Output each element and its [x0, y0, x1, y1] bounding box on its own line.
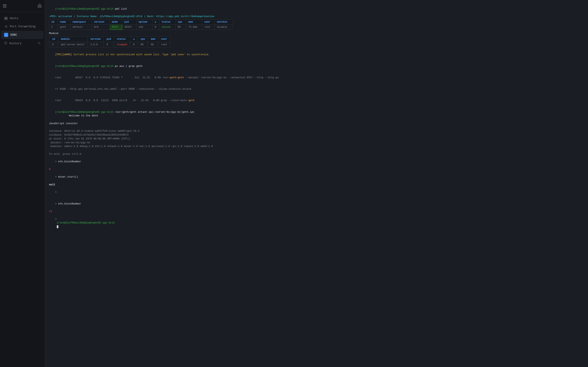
- table-row: 1 geth default N/A fork 48347 12m 0 onli…: [49, 25, 233, 30]
- terminal-ps-out2: root 50034 0.0 0.0 12112 1080 pts/0 S+ 2…: [49, 95, 584, 106]
- mod-col-cpu: cpu: [138, 36, 148, 42]
- cell-version: N/A: [92, 25, 110, 30]
- col-namespace: namespace: [70, 20, 92, 25]
- terminal-ps-cmd: [root@iZuf68asi3m6g5ypbnghs0Z pgz-bc]# p…: [49, 60, 584, 72]
- hosts-label: Hosts: [10, 17, 18, 20]
- terminal-cmd-miner: > miner.start(): [49, 171, 584, 183]
- col-restart: ↺: [153, 20, 160, 25]
- sidebar-header: [0, 0, 45, 12]
- history-icon: [4, 42, 7, 45]
- terminal-at-block: at block: 0 (Thu Jan 01 1970 08:00:00 GM…: [49, 137, 584, 141]
- port-forward-icon: [4, 25, 8, 28]
- terminal-datadir: datadir: /server/bc/pgz-bc: [49, 141, 584, 145]
- terminal-result-null: null: [49, 183, 584, 187]
- terminal-main: [root@iZuf68asi3m6g5ypbnghs0Z pgz-bc]# p…: [45, 0, 588, 367]
- mod-cell-mem: 0b: [148, 42, 158, 47]
- sdbc-icon: [4, 33, 8, 37]
- col-name: name: [58, 20, 70, 25]
- history-search-button[interactable]: [38, 42, 41, 45]
- terminal-result1: 0: [49, 167, 584, 171]
- terminal-instance: instance: Geth/v1.10.4-stable-aa637fd3/l…: [49, 129, 584, 133]
- mod-col-status: status: [114, 36, 130, 42]
- mod-cell-pid: 0: [104, 42, 114, 47]
- svg-point-3: [7, 17, 7, 17]
- sidebar-item-port-forwarding[interactable]: Port Forwarding: [1, 23, 43, 30]
- mod-cell-version: 3.0.0: [87, 42, 104, 47]
- module-section-label: Module: [49, 31, 584, 35]
- terminal-exit-hint: To exit, press ctrl-d: [49, 152, 584, 156]
- terminal-cmd-block2: > eth.blockNumber: [49, 198, 584, 210]
- terminal-result2: 13: [49, 210, 584, 213]
- col-version: version: [92, 20, 110, 25]
- terminal-ps-out1b: rt 8100 --http.api personal,eth,net,web3…: [49, 83, 584, 95]
- terminal-ps-out1: root 48347 0.0 0.9 1745516 75384 ? Ssl 2…: [49, 72, 584, 83]
- cell-cpu: 0%: [176, 25, 186, 30]
- svg-point-7: [7, 27, 7, 28]
- sidebar: Hosts Port Forwarding SDBC History: [0, 0, 45, 367]
- col-mem: mem: [186, 20, 202, 25]
- sidebar-nav: Hosts Port Forwarding SDBC History: [0, 12, 45, 367]
- col-user: user: [202, 20, 215, 25]
- col-pid: pid: [122, 20, 136, 25]
- terminal-modules: modules: admin:1.0 debug:1.0 eth:1.0 eth…: [49, 145, 584, 149]
- sdbc-label: SDBC: [10, 33, 17, 36]
- terminal-blank1: [49, 125, 584, 129]
- col-mode: mode: [110, 20, 122, 25]
- cell-pid: 48347: [122, 25, 136, 30]
- svg-rect-0: [4, 17, 7, 18]
- server-icon: [4, 17, 8, 20]
- mod-col-user: user: [158, 36, 170, 42]
- cell-mem: 73.6mb: [186, 25, 202, 30]
- terminal-cursor: [57, 225, 58, 228]
- svg-rect-1: [4, 18, 7, 19]
- mod-col-module: module: [58, 36, 87, 42]
- mod-cell-restart: 0: [130, 42, 138, 47]
- svg-line-13: [40, 44, 40, 44]
- cell-id: 1: [49, 25, 58, 30]
- mod-col-mem: mem: [148, 36, 158, 42]
- cell-namespace: default: [70, 25, 92, 30]
- svg-rect-2: [4, 19, 7, 20]
- hamburger-icon[interactable]: [3, 4, 7, 7]
- module-table: id module version pid status ↺ cpu mem u…: [49, 36, 170, 48]
- col-watching: watchin: [215, 20, 233, 25]
- sidebar-item-sdbc[interactable]: SDBC: [1, 31, 43, 39]
- terminal-geth-cmd: [root@iZuf68asi3m6g5ypbnghs0Z pgz-bc]# /…: [49, 106, 584, 122]
- home-icon[interactable]: [37, 3, 42, 8]
- mod-col-restart: ↺: [130, 36, 138, 42]
- port-forward-label: Port Forwarding: [10, 25, 35, 28]
- svg-line-9: [5, 27, 6, 27]
- terminal-final-prompt: > [root@iZuf68asi3m6g5ypbnghs0Z pgz-bc]#: [49, 213, 584, 233]
- terminal-coinbase: coinbase: 0x3527699e2ccd79a25a710e29bad1…: [49, 133, 584, 137]
- mod-cell-user: root: [158, 42, 170, 47]
- terminal-warn-line: [PM2][WARN] Current process list is not …: [49, 49, 584, 60]
- cell-restart: 0: [153, 25, 160, 30]
- history-label: History: [9, 42, 21, 45]
- cell-status: online: [159, 25, 176, 30]
- terminal-geth-welcome: JavaScript console!: [49, 122, 584, 125]
- pm2-process-table-wrapper: id name namespace version mode pid uptim…: [49, 19, 584, 30]
- pm2-process-table: id name namespace version mode pid uptim…: [49, 19, 233, 30]
- col-cpu: cpu: [176, 20, 186, 25]
- cell-user: root: [202, 25, 215, 30]
- terminal-bare-prompt: >: [49, 187, 584, 198]
- terminal-line-cmd: [root@iZuf68asi3m6g5ypbnghs0Z pgz-bc]# p…: [49, 3, 584, 15]
- svg-line-8: [5, 26, 6, 26]
- sidebar-item-hosts[interactable]: Hosts: [1, 15, 43, 22]
- svg-point-6: [7, 25, 7, 26]
- terminal-line-pm2-activated: ⇒PM2+ activated | Instance Name: iZuf68a…: [49, 15, 584, 18]
- sidebar-item-history[interactable]: History: [1, 39, 43, 48]
- col-uptime: uptime: [136, 20, 153, 25]
- terminal-cmd-block1: > eth.blockNumber: [49, 156, 584, 167]
- svg-point-5: [5, 26, 6, 27]
- mod-cell-cpu: 0%: [138, 42, 148, 47]
- svg-point-12: [38, 42, 40, 44]
- mod-cell-module: pm2-server-monit: [58, 42, 87, 47]
- table-row: 0 pm2-server-monit 3.0.0 0 stopped 0 0% …: [49, 42, 170, 47]
- terminal-blank2: [49, 149, 584, 152]
- mod-cell-id: 0: [49, 42, 58, 47]
- mod-col-id: id: [49, 36, 58, 42]
- cell-name: geth: [58, 25, 70, 30]
- cell-watching: disable: [215, 25, 233, 30]
- col-status: status: [159, 20, 176, 25]
